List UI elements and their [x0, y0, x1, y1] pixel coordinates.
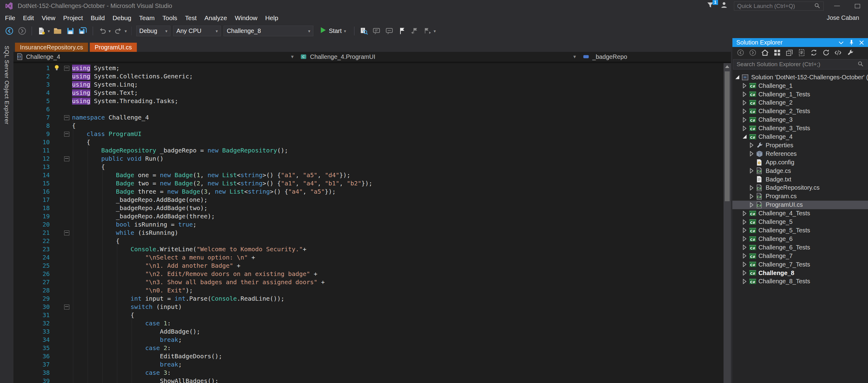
- solution-explorer-header[interactable]: Solution Explorer: [733, 38, 868, 47]
- expander-closed-icon[interactable]: [742, 228, 749, 233]
- expander-closed-icon[interactable]: [749, 142, 755, 148]
- code-line[interactable]: 15 Badge two = new Badge(2, new List<str…: [13, 179, 723, 187]
- uncomment-selection-icon[interactable]: [384, 26, 394, 36]
- tree-item-challenge-7-tests[interactable]: C#Challenge_7_Tests: [733, 260, 868, 269]
- code-line[interactable]: 25 "\n1. Add another Badge" +: [13, 262, 723, 270]
- code-line[interactable]: 3using System.Linq;: [13, 80, 723, 89]
- menu-build[interactable]: Build: [87, 13, 109, 23]
- expander-closed-icon[interactable]: [742, 109, 749, 114]
- expander-closed-icon[interactable]: [742, 253, 749, 258]
- open-file-icon[interactable]: [53, 26, 63, 36]
- tree-item-challenge-5-tests[interactable]: C#Challenge_5_Tests: [733, 226, 868, 235]
- code-line[interactable]: 5using System.Threading.Tasks;: [13, 97, 723, 105]
- code-line[interactable]: 33 AddBadge();: [13, 327, 723, 336]
- menu-team[interactable]: Team: [135, 13, 158, 23]
- code-line[interactable]: 11 BadgeRepository _badgeRepo = new Badg…: [13, 146, 723, 154]
- code-line[interactable]: 1using System;: [13, 64, 723, 72]
- tree-item-challenge-5[interactable]: C#Challenge_5: [733, 218, 868, 226]
- tree-item-program-cs[interactable]: C#Program.cs: [733, 192, 868, 201]
- quick-launch-box[interactable]: [734, 2, 824, 11]
- menu-analyze[interactable]: Analyze: [201, 13, 231, 23]
- solution-explorer-search[interactable]: [733, 59, 867, 70]
- code-line[interactable]: 18 _badgeRepo.AddBadge(two);: [13, 204, 723, 212]
- lightbulb-icon[interactable]: [53, 64, 60, 73]
- tree-item-properties[interactable]: Properties: [733, 141, 868, 150]
- code-line[interactable]: 6: [13, 105, 723, 113]
- menu-project[interactable]: Project: [59, 13, 87, 23]
- save-all-icon[interactable]: [78, 26, 88, 36]
- expander-closed-icon[interactable]: [749, 185, 755, 190]
- fold-collapse-box[interactable]: [64, 305, 69, 310]
- tree-item-challenge-8-tests[interactable]: C#Challenge_8_Tests: [733, 277, 868, 286]
- expander-closed-icon[interactable]: [742, 219, 749, 225]
- code-line[interactable]: 21 while (isRunning): [13, 229, 723, 237]
- code-line[interactable]: 4using System.Text;: [13, 89, 723, 97]
- refresh-icon[interactable]: [822, 48, 831, 57]
- tree-item-challenge-1-tests[interactable]: C#Challenge_1_Tests: [733, 90, 868, 99]
- user-name[interactable]: Jose Caban: [827, 14, 859, 21]
- undo-dropdown-icon[interactable]: ▾: [108, 29, 111, 34]
- tree-item-challenge-7[interactable]: C#Challenge_7: [733, 251, 868, 260]
- code-line[interactable]: 10 {: [13, 138, 723, 146]
- forward-icon[interactable]: [749, 48, 757, 57]
- menu-help[interactable]: Help: [261, 13, 282, 23]
- minimize-button[interactable]: [830, 1, 844, 11]
- tree-item-challenge-2[interactable]: C#Challenge_2: [733, 99, 868, 107]
- view-code-icon[interactable]: [834, 48, 843, 57]
- code-line[interactable]: 32 case 1:: [13, 319, 723, 327]
- pin-icon[interactable]: [848, 39, 855, 46]
- collapse-all-icon[interactable]: [785, 48, 794, 57]
- notifications-icon[interactable]: 1: [707, 1, 714, 11]
- tab-programui-cs[interactable]: ProgramUI.cs: [90, 43, 137, 52]
- member-dropdown[interactable]: _badgeRepo: [580, 52, 731, 61]
- toggle-bookmark-icon[interactable]: [397, 26, 407, 36]
- window-position-icon[interactable]: [838, 40, 844, 46]
- new-file-dropdown-icon[interactable]: ▾: [48, 29, 50, 34]
- back-icon[interactable]: [736, 48, 745, 57]
- project-dropdown[interactable]: Challenge_4 ▼: [13, 52, 298, 61]
- code-line[interactable]: 35 case 2:: [13, 344, 723, 352]
- navigate-forward-icon[interactable]: [17, 26, 27, 36]
- code-line[interactable]: 2using System.Collections.Generic;: [13, 72, 723, 80]
- scrollbar-thumb[interactable]: [725, 71, 730, 201]
- tree-item-challenge-3[interactable]: C#Challenge_3: [733, 115, 868, 124]
- toolbar-options-icon[interactable]: ▾: [434, 29, 436, 34]
- expander-closed-icon[interactable]: [749, 168, 755, 174]
- combo-solution-configurations[interactable]: Debug▾: [136, 26, 170, 36]
- code-line[interactable]: 12 public void Run(): [13, 154, 723, 163]
- expander-closed-icon[interactable]: [742, 262, 749, 267]
- tree-item-challenge-6-tests[interactable]: C#Challenge_6_Tests: [733, 243, 868, 251]
- redo-dropdown-icon[interactable]: ▾: [125, 29, 127, 34]
- sql-server-object-explorer-tab[interactable]: SQL Server Object Explorer: [0, 38, 13, 383]
- code-line[interactable]: 13 {: [13, 163, 723, 171]
- expander-closed-icon[interactable]: [749, 194, 755, 199]
- fold-collapse-box[interactable]: [64, 66, 69, 71]
- menu-file[interactable]: File: [1, 13, 19, 23]
- close-icon[interactable]: [859, 40, 865, 46]
- code-line[interactable]: 39 ShowAllBadges();: [13, 377, 723, 383]
- menu-tools[interactable]: Tools: [158, 13, 181, 23]
- code-line[interactable]: 27 "\n3. Show all badges and their assig…: [13, 278, 723, 286]
- tab-insurancerepository-cs[interactable]: InsuranceRepository.cs: [15, 43, 88, 52]
- tree-item-programui-cs[interactable]: C#ProgramUI.cs: [733, 201, 868, 209]
- code-line[interactable]: 8{: [13, 122, 723, 130]
- save-icon[interactable]: [65, 26, 75, 36]
- show-all-files-icon[interactable]: [797, 48, 806, 57]
- expander-closed-icon[interactable]: [742, 211, 749, 216]
- tree-item-references[interactable]: References: [733, 149, 868, 158]
- code-line[interactable]: 36 EditBadgeDoors();: [13, 352, 723, 360]
- find-in-files-icon[interactable]: [359, 26, 369, 36]
- tree-item-challenge-6[interactable]: C#Challenge_6: [733, 235, 868, 243]
- tree-item-challenge-3-tests[interactable]: C#Challenge_3_Tests: [733, 124, 868, 133]
- expander-closed-icon[interactable]: [742, 117, 749, 123]
- combo-startup-projects[interactable]: Challenge_8▾: [223, 26, 313, 36]
- fold-collapse-box[interactable]: [64, 156, 69, 161]
- expander-closed-icon[interactable]: [742, 279, 749, 284]
- code-line[interactable]: 30 switch (input): [13, 303, 723, 311]
- tree-item-challenge-8[interactable]: C#Challenge_8: [733, 269, 868, 277]
- menu-test[interactable]: Test: [181, 13, 201, 23]
- fold-collapse-box[interactable]: [64, 115, 69, 120]
- fold-collapse-box[interactable]: [64, 231, 69, 235]
- code-line[interactable]: 29 int input = int.Parse(Console.ReadLin…: [13, 294, 723, 303]
- expander-open-icon[interactable]: [735, 74, 741, 80]
